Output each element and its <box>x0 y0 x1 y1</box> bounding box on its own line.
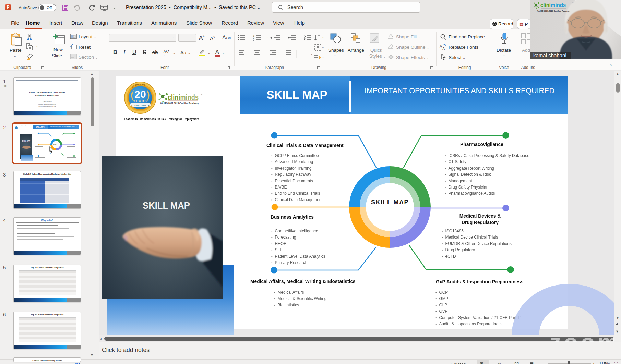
svg-text:SINCE 2004: SINCE 2004 <box>134 105 146 107</box>
svg-text:AA ISO 9001:2015 Certified Aca: AA ISO 9001:2015 Certified Academy <box>537 10 571 12</box>
svg-text:cliniminds: cliniminds <box>168 93 199 102</box>
svg-text:YEARS: YEARS <box>133 99 147 103</box>
svg-text:3: 3 <box>253 39 254 41</box>
svg-text:A: A <box>442 47 445 51</box>
svg-text:™: ™ <box>200 94 202 96</box>
svg-text:SKILL: SKILL <box>53 144 58 146</box>
svg-text:A: A <box>440 44 442 48</box>
svg-text:™: ™ <box>572 2 574 4</box>
svg-text:AN ISO 9001:2015 Certified Aca: AN ISO 9001:2015 Certified Academy <box>160 102 199 105</box>
svg-text:SKILL MAP: SKILL MAP <box>371 199 409 206</box>
svg-text:cliniminds: cliniminds <box>540 2 566 8</box>
svg-text:20: 20 <box>134 88 146 100</box>
